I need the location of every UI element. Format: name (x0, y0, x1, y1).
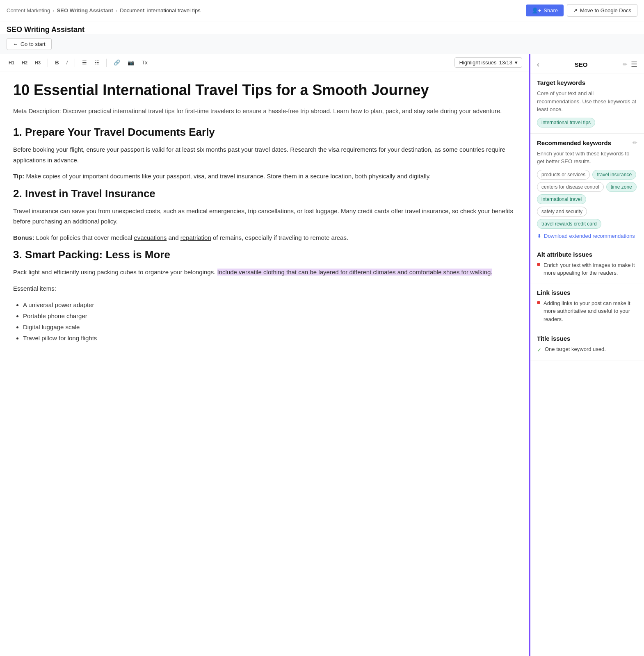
toolbar-separator-2 (75, 59, 75, 67)
target-keyword-tag[interactable]: international travel tips (537, 118, 595, 128)
download-icon: ⬇ (537, 233, 541, 239)
section2-paragraph: Travel insurance can save you from unexp… (13, 206, 516, 227)
kw-tag-cdc[interactable]: centers for disease control (537, 182, 604, 192)
page-title: SEO Writing Assistant (7, 25, 637, 34)
link-button[interactable]: 🔗 (112, 58, 122, 67)
essential-items-label: Essential items: (13, 283, 516, 294)
h2-button[interactable]: H2 (20, 59, 30, 66)
panel-seo-label: SEO (575, 61, 588, 68)
repatriation-link[interactable]: repatriation (180, 234, 211, 241)
editor-content[interactable]: 10 Essential International Travel Tips f… (0, 71, 529, 656)
panel-back-button[interactable]: ‹ (537, 60, 539, 69)
arrow-left-icon: ← (13, 41, 18, 47)
unordered-list-button[interactable]: ☷ (92, 58, 101, 67)
kw-tag-rewards-card[interactable]: travel rewards credit card (537, 219, 601, 229)
section2-bonus: Bonus: Look for policies that cover medi… (13, 232, 516, 243)
editor-toolbar: H1 H2 H3 B I ☰ ☷ 🔗 📷 Tx Highlight issues… (0, 54, 529, 71)
toolbar-separator-1 (48, 59, 48, 67)
share-button[interactable]: 👤+ Share (526, 5, 564, 16)
bonus-label: Bonus: (13, 234, 34, 241)
essential-items-list: A universal power adapter Portable phone… (23, 299, 516, 344)
target-keywords-desc: Core of your text and all recommendation… (537, 89, 637, 114)
breadcrumb-item-3: Document: international travel tips (120, 7, 201, 14)
section1-tip: Tip: Make copies of your important docum… (13, 171, 516, 182)
share-icon: 👤+ (532, 7, 541, 14)
main-layout: H1 H2 H3 B I ☰ ☷ 🔗 📷 Tx Highlight issues… (0, 54, 644, 656)
highlight-issues-dropdown[interactable]: Highlight issues 13/13 ▾ (454, 57, 522, 68)
recommended-keywords-edit-button[interactable]: ✏ (633, 139, 637, 146)
issue-dot-icon (537, 263, 540, 266)
link-issues-section: Link issues Adding links to your post ca… (530, 283, 644, 330)
alt-attribute-title: Alt attribute issues (537, 251, 637, 258)
recommended-keyword-tags: products or services travel insurance ce… (537, 170, 637, 229)
section3-text-before: Pack light and efficiently using packing… (13, 269, 217, 276)
list-item: Digital luggage scale (23, 321, 516, 333)
meta-description: Meta Description: Discover practical int… (13, 106, 516, 116)
editor-pane: H1 H2 H3 B I ☰ ☷ 🔗 📷 Tx Highlight issues… (0, 54, 529, 656)
issue-dot-icon (537, 301, 540, 304)
section3-highlighted-text: Include versatile clothing that can be l… (217, 269, 493, 276)
go-to-start-row: ← Go to start (0, 34, 644, 54)
top-bar-actions: 👤+ Share ↗ Move to Google Docs (526, 4, 637, 17)
panel-menu-button[interactable]: ☰ (631, 60, 637, 69)
tip-label: Tip: (13, 173, 24, 180)
panel-header: ‹ SEO ✏ ☰ (530, 54, 644, 73)
go-to-start-button[interactable]: ← Go to start (7, 38, 52, 50)
recommended-keywords-title: Recommended keywords ✏ (537, 139, 637, 146)
kw-tag-travel-insurance[interactable]: travel insurance (592, 170, 636, 180)
recommended-keywords-section: Recommended keywords ✏ Enrich your text … (530, 134, 644, 245)
target-keyword-tags: international travel tips (537, 118, 637, 128)
toolbar-separator-3 (106, 59, 107, 67)
bold-button[interactable]: B (53, 58, 61, 67)
recommended-keywords-desc: Enrich your text with these keywords to … (537, 150, 637, 166)
h3-button[interactable]: H3 (33, 59, 43, 66)
section1-heading: 1. Prepare Your Travel Documents Early (13, 126, 516, 139)
section3-paragraph: Pack light and efficiently using packing… (13, 267, 516, 278)
section2-heading: 2. Invest in Travel Insurance (13, 187, 516, 200)
checkmark-icon: ✓ (537, 346, 541, 354)
link-issue: Adding links to your post can make it mo… (537, 299, 637, 323)
panel-edit-button[interactable]: ✏ (623, 61, 628, 68)
evacuations-link[interactable]: evacuations (134, 234, 167, 241)
article-title: 10 Essential International Travel Tips f… (13, 81, 516, 99)
breadcrumb-item-2[interactable]: SEO Writing Assistant (57, 7, 113, 14)
tip-text: Make copies of your important documents … (26, 173, 431, 180)
page-title-row: SEO Writing Assistant (0, 21, 644, 34)
highlight-issues-label: Highlight issues (459, 59, 496, 66)
h1-button[interactable]: H1 (7, 59, 16, 66)
ordered-list-button[interactable]: ☰ (80, 58, 89, 67)
target-keywords-section: Target keywords Core of your text and al… (530, 73, 644, 134)
alt-attribute-section: Alt attribute issues Enrich your text wi… (530, 245, 644, 283)
breadcrumb-item-1[interactable]: Content Marketing (7, 7, 50, 14)
panel-nav: ‹ (537, 60, 539, 69)
move-to-gdocs-button[interactable]: ↗ Move to Google Docs (567, 4, 637, 17)
target-keywords-title: Target keywords (537, 79, 637, 86)
italic-button[interactable]: I (64, 58, 70, 67)
section1-paragraph: Before booking your flight, ensure your … (13, 144, 516, 165)
bonus-text: Look for policies that cover medical eva… (36, 234, 348, 241)
alt-attribute-issue: Enrich your text with images to make it … (537, 261, 637, 277)
breadcrumb-sep-1: › (53, 7, 54, 14)
highlight-issues-count: 13/13 (499, 59, 512, 66)
title-issues-title: Title issues (537, 335, 637, 342)
kw-tag-timezone[interactable]: time zone (606, 182, 637, 192)
link-issues-title: Link issues (537, 289, 637, 296)
title-issue: ✓ One target keyword used. (537, 345, 637, 354)
list-item: Travel pillow for long flights (23, 333, 516, 344)
breadcrumb: Content Marketing › SEO Writing Assistan… (7, 7, 201, 14)
image-button[interactable]: 📷 (126, 58, 136, 67)
download-recommendations-link[interactable]: ⬇ Download extended recommendations (537, 233, 637, 239)
breadcrumb-sep-2: › (116, 7, 117, 14)
section3-heading: 3. Smart Packing: Less is More (13, 248, 516, 261)
kw-tag-products[interactable]: products or services (537, 170, 590, 180)
title-issues-section: Title issues ✓ One target keyword used. (530, 329, 644, 360)
kw-tag-safety[interactable]: safety and security (537, 207, 587, 216)
top-bar: Content Marketing › SEO Writing Assistan… (0, 0, 644, 21)
list-item: Portable phone charger (23, 310, 516, 321)
list-item: A universal power adapter (23, 299, 516, 310)
chevron-down-icon: ▾ (515, 59, 518, 66)
kw-tag-intl-travel[interactable]: international travel (537, 194, 586, 204)
format-clear-button[interactable]: Tx (139, 58, 149, 67)
gdocs-icon: ↗ (573, 7, 578, 14)
right-panel: ‹ SEO ✏ ☰ Target keywords Core of your t… (529, 54, 644, 656)
